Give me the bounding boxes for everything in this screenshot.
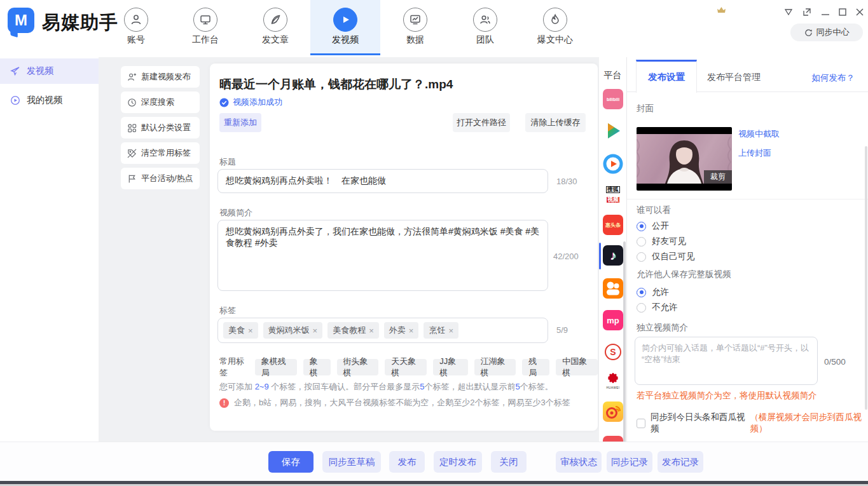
maximize-button[interactable] [836,6,849,18]
radio-icon[interactable] [637,237,646,246]
nav-publish-video[interactable]: 发视频 [310,0,380,55]
settings-panel-scrollbar[interactable] [865,146,867,410]
allow-save-option-deny[interactable]: 不允许 [637,302,678,313]
nav-workbench[interactable]: 工作台 [177,0,234,55]
deep-search-button[interactable]: 深度搜索 [121,91,200,113]
visibility-option-friends[interactable]: 好友可见 [637,236,686,247]
tab-platform-management[interactable]: 发布平台管理 [702,64,766,91]
bilibili-icon[interactable]: bilibili [603,89,623,109]
tags-hint: 您可添加 2~9 个标签，按回车确认。部分平台最多显示5个标签，超出默认显示前5… [219,381,553,393]
tags-input-box[interactable]: 美食× 黄焖鸡米饭× 美食教程× 外卖× 烹饪× [217,318,548,343]
publish-button[interactable]: 发布 [389,451,425,473]
tool-button-label: 默认分类设置 [141,122,191,133]
radio-icon[interactable] [637,252,646,262]
sidebar-item-publish-video[interactable]: 发视频 [0,58,99,84]
tencent-video-icon[interactable] [603,121,623,141]
common-tag[interactable]: 残局 [522,359,549,375]
haokan-video-icon[interactable] [603,154,623,174]
hint-num: 5 [420,382,424,391]
remove-tag-icon[interactable]: × [369,326,374,335]
platform-rail-label: 平台 [599,70,626,81]
sidebar-item-my-videos[interactable]: 我的视频 [0,88,99,113]
tool-button-label: 清空常用标签 [141,147,191,159]
weibo-icon[interactable] [603,402,623,422]
dropdown-arrow-button[interactable] [782,6,795,18]
schedule-publish-button[interactable]: 定时发布 [434,451,482,473]
meipai-icon[interactable]: mp [603,310,623,330]
title-input[interactable] [217,169,548,193]
review-status-button[interactable]: 审核状态 [556,451,602,473]
sync-toutiao-checkbox-row[interactable]: 同步到今日头条和西瓜视频（横屏视频才会同步到西瓜视频） [637,412,868,435]
how-to-publish-link[interactable]: 如何发布？ [812,72,855,84]
close-editor-button[interactable]: 关闭 [491,451,527,473]
pen-icon [263,8,287,32]
platform-activity-button[interactable]: 平台活动/热点 [121,168,200,189]
checkbox-icon[interactable] [637,419,645,428]
remove-tag-icon[interactable]: × [448,326,453,335]
common-tag[interactable]: 天天象棋 [385,359,427,375]
tag-pill[interactable]: 烹饪× [424,322,458,339]
douyin-icon[interactable]: ♪ [603,245,623,266]
minimize-button[interactable] [819,6,832,18]
publish-settings-panel: 发布设置 发布平台管理 如何发布？ 封面 裁剪 视频中截取 上传封面 谁可以看 … [626,57,868,442]
publish-records-button[interactable]: 发布记录 [658,451,703,473]
default-category-settings-button[interactable]: 默认分类设置 [121,117,200,138]
refresh-icon [804,29,813,37]
visibility-option-public[interactable]: 公开 [637,220,669,232]
screenshot-button[interactable] [801,6,813,18]
hint-range: 2~9 [255,382,269,391]
partial-platform-icon[interactable] [603,436,623,442]
visibility-option-private[interactable]: 仅自己可见 [637,251,695,262]
nav-team[interactable]: 团队 [457,0,514,55]
app-logo-icon: M [8,8,34,33]
remove-tag-icon[interactable]: × [313,326,318,335]
nav-publish-article[interactable]: 发文章 [247,0,304,55]
sohu-video-icon[interactable]: 搜狐 视频 [603,183,623,203]
common-tag[interactable]: 象棋残局 [255,359,297,375]
tag-pill[interactable]: 外卖× [384,322,419,339]
independent-desc-textarea[interactable] [635,337,818,385]
kuaishou-icon[interactable] [603,278,623,299]
sync-to-draft-button[interactable]: 同步至草稿 [322,451,381,473]
save-button[interactable]: 保存 [268,451,313,473]
sogou-icon[interactable]: S [603,342,623,362]
nav-account[interactable]: 账号 [107,0,165,55]
tag-pill[interactable]: 美食× [223,322,258,339]
common-tag[interactable]: 街头象棋 [337,359,379,375]
upload-cover-link[interactable]: 上传封面 [738,147,771,159]
radio-selected-icon[interactable] [637,222,646,231]
remove-tag-icon[interactable]: × [248,326,253,335]
platform-rail-scrollbar[interactable] [623,241,626,442]
toutiao-icon[interactable]: 惠头条 [603,215,623,235]
new-video-publish-button[interactable]: 新建视频发布 [121,66,200,88]
nav-data[interactable]: 数据 [387,0,444,55]
nav-hot-center[interactable]: 爆文中心 [527,0,584,55]
remove-tag-icon[interactable]: × [409,326,414,335]
action-footer: 保存 同步至草稿 发布 定时发布 关闭 审核状态 同步记录 发布记录 [0,442,868,481]
readd-video-button[interactable]: 重新添加 [219,113,261,132]
huawei-icon[interactable]: HUAWEI [603,371,623,391]
tag-pill[interactable]: 美食教程× [327,322,379,339]
visibility-section-label: 谁可以看 [637,205,671,216]
common-tag[interactable]: JJ象棋 [433,359,467,375]
capture-from-video-link[interactable]: 视频中截取 [738,128,780,140]
tag-pill[interactable]: 黄焖鸡米饭× [263,322,323,339]
allow-save-option-allow[interactable]: 允许 [637,287,669,298]
common-tag[interactable]: 中国象棋 [556,359,598,375]
description-textarea[interactable]: 想吃黄焖鸡别再点外卖了，我们在家也能做，方法很简单#黄焖鸡米饭 #美食 #美食教… [217,220,548,291]
close-button[interactable] [853,6,866,18]
common-tag[interactable]: 象棋 [303,359,331,375]
clear-common-tags-button[interactable]: 清空常用标签 [121,142,200,164]
tab-publish-settings[interactable]: 发布设置 [636,60,697,93]
chart-icon [403,8,427,32]
common-tag[interactable]: 江湖象棋 [474,359,516,375]
clear-upload-cache-button[interactable]: 清除上传缓存 [525,113,586,132]
sync-toutiao-note: （横屏视频才会同步到西瓜视频） [750,412,868,435]
cover-thumbnail[interactable]: 裁剪 [637,127,732,191]
sync-records-button[interactable]: 同步记录 [607,451,652,473]
open-file-path-button[interactable]: 打开文件路径 [453,113,510,132]
crop-badge[interactable]: 裁剪 [704,170,732,184]
radio-selected-icon[interactable] [637,288,646,297]
sync-center-button[interactable]: 同步中心 [790,24,863,41]
radio-icon[interactable] [637,303,646,313]
